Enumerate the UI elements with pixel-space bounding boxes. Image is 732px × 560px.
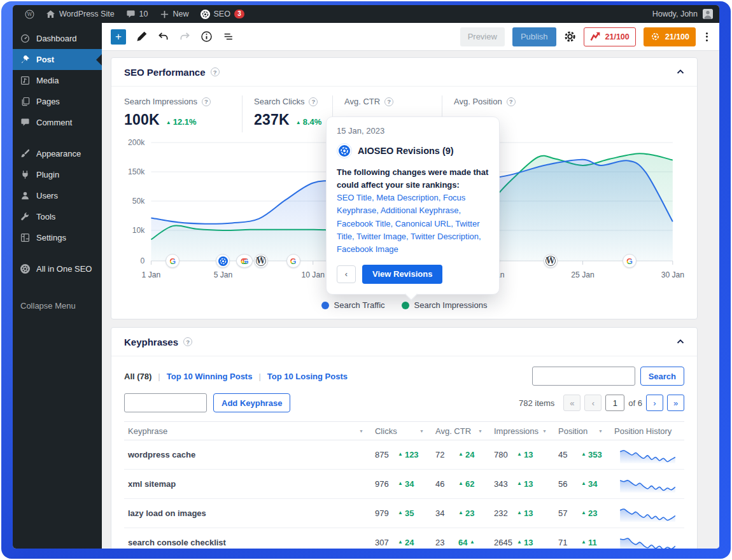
- revision-change-link[interactable]: Twitter Description: [411, 232, 479, 241]
- sort-icon[interactable]: ▼: [359, 429, 363, 433]
- wordpress-axis-icon[interactable]: W: [544, 254, 558, 268]
- sort-icon[interactable]: ▼: [419, 429, 424, 433]
- sort-icon[interactable]: ▼: [478, 429, 482, 433]
- cell-value: 979: [375, 508, 395, 518]
- sidebar-item-comment[interactable]: Comment: [13, 112, 102, 133]
- help-icon[interactable]: ?: [384, 97, 393, 106]
- help-icon[interactable]: ?: [309, 97, 318, 106]
- user-avatar[interactable]: [703, 9, 713, 19]
- help-icon[interactable]: ?: [211, 67, 220, 76]
- previous-page-icon[interactable]: ‹: [584, 395, 602, 411]
- search-button[interactable]: Search: [640, 367, 684, 386]
- sidebar-item-appearance[interactable]: Appearance: [13, 143, 102, 164]
- seo-menu[interactable]: SEO 3: [195, 5, 250, 23]
- table-row[interactable]: lazy load on images979▲3534▲23232▲1357▲2…: [124, 499, 684, 528]
- undo-icon[interactable]: [157, 31, 169, 43]
- wordpress-logo-menu[interactable]: W: [19, 5, 40, 23]
- current-page-input[interactable]: [605, 395, 624, 411]
- google-axis-icon[interactable]: G: [286, 254, 300, 268]
- add-keyphrase-button[interactable]: Add Keyphrase: [213, 393, 290, 412]
- column-header-avg-ctr[interactable]: Avg. CTR▼: [432, 422, 490, 440]
- pin-icon: [20, 55, 30, 64]
- collapse-chevron-icon[interactable]: [677, 338, 684, 346]
- new-keyphrase-input[interactable]: [124, 393, 207, 412]
- keyphrase-search-input[interactable]: [532, 367, 635, 386]
- sort-icon[interactable]: ▼: [542, 429, 547, 433]
- last-page-icon[interactable]: »: [667, 395, 684, 411]
- seo-label: SEO: [214, 10, 230, 18]
- revision-change-link[interactable]: Additional Keyphrase: [381, 206, 459, 215]
- svg-text:1 Jan: 1 Jan: [142, 270, 161, 279]
- revision-change-link[interactable]: Meta Description: [376, 193, 439, 202]
- help-icon[interactable]: ?: [183, 337, 192, 346]
- cell-delta: ▲123: [398, 450, 419, 459]
- seo-performance-title: SEO Performance: [124, 67, 206, 78]
- chart-legend: Search TrafficSearch Impressions: [111, 295, 697, 319]
- svg-text:W: W: [27, 11, 32, 17]
- table-row[interactable]: xml sitemap976▲3446▲62343▲1356▲34: [124, 470, 684, 499]
- revision-change-link[interactable]: Facebook Image: [337, 244, 398, 254]
- google-double-axis-icon[interactable]: GG: [236, 254, 253, 268]
- tooltip-back-button[interactable]: ‹: [337, 265, 356, 283]
- revision-change-link[interactable]: SEO Title: [337, 193, 372, 202]
- table-row[interactable]: wordpress cache875▲12372▲24780▲1345▲353: [124, 440, 684, 470]
- more-options-kebab-icon[interactable]: [703, 31, 710, 43]
- edit-pencil-icon[interactable]: [136, 31, 148, 43]
- sidebar-collapse-menu[interactable]: Collapse Menu: [13, 296, 102, 315]
- revision-change-link[interactable]: Canonical URL: [395, 219, 451, 228]
- column-header-clicks[interactable]: Clicks▼: [371, 422, 432, 440]
- pages-icon: [20, 97, 30, 106]
- appearance-icon: [20, 149, 30, 158]
- sidebar-item-pages[interactable]: Pages: [13, 91, 102, 112]
- sidebar-item-tools[interactable]: Tools: [13, 206, 102, 227]
- help-icon[interactable]: ?: [202, 97, 211, 106]
- comments-count: 10: [139, 10, 148, 18]
- sidebar-item-settings[interactable]: Settings: [13, 227, 102, 248]
- sidebar-item-post[interactable]: Post: [13, 49, 102, 70]
- table-row[interactable]: search console checklist307▲242364 ▲2645…: [124, 528, 684, 549]
- next-page-icon[interactable]: ›: [646, 395, 663, 411]
- column-header-impressions[interactable]: Impressions▼: [490, 422, 554, 440]
- filter-top-10-winning-posts[interactable]: Top 10 Winning Posts: [167, 372, 253, 381]
- publish-button[interactable]: Publish: [512, 27, 556, 46]
- sidebar-item-dashboard[interactable]: Dashboard: [13, 28, 102, 49]
- comments-link[interactable]: 10: [120, 5, 154, 23]
- first-page-icon[interactable]: «: [563, 395, 581, 411]
- google-axis-icon[interactable]: G: [623, 254, 637, 268]
- new-content-menu[interactable]: New: [154, 5, 195, 23]
- wordpress-axis-icon[interactable]: W: [254, 254, 268, 268]
- redo-icon[interactable]: [179, 31, 191, 43]
- site-name-link[interactable]: WordPress Site: [40, 5, 120, 23]
- column-header-position-history: Position History: [610, 422, 684, 440]
- sidebar-item-all-in-one-seo[interactable]: All in One SEO: [13, 258, 102, 279]
- sidebar-item-users[interactable]: Users: [13, 185, 102, 206]
- sidebar-item-label: Media: [36, 76, 59, 85]
- preview-button[interactable]: Preview: [460, 27, 505, 46]
- filter-top-10-losing-posts[interactable]: Top 10 Losing Posts: [267, 372, 348, 381]
- sidebar-item-label: Dashboard: [36, 34, 77, 43]
- help-icon[interactable]: ?: [507, 97, 516, 106]
- info-icon[interactable]: [201, 31, 213, 43]
- revision-change-link[interactable]: Twitter Image: [356, 232, 406, 241]
- truseo-score-badge[interactable]: 21/100: [584, 27, 636, 46]
- sidebar-item-media[interactable]: Media: [13, 70, 102, 91]
- collapse-chevron-icon[interactable]: [677, 68, 684, 76]
- sort-icon[interactable]: ▼: [598, 429, 603, 433]
- settings-gear-icon[interactable]: [564, 31, 576, 43]
- view-revisions-button[interactable]: View Revisions: [362, 265, 442, 284]
- aioseo-score-badge[interactable]: 21/100: [644, 27, 696, 46]
- revision-change-link[interactable]: Facebook Title: [337, 219, 391, 228]
- cell-value: 71: [558, 538, 579, 547]
- aioseo-gear-icon: [650, 31, 661, 42]
- filter-all-78-[interactable]: All (78): [124, 372, 151, 381]
- metric-cell: 976▲34: [371, 470, 432, 499]
- column-header-position[interactable]: Position▼: [554, 422, 610, 440]
- column-header-keyphrase[interactable]: Keyphrase▼: [124, 422, 371, 440]
- sidebar-item-plugin[interactable]: Plugin: [13, 164, 102, 185]
- google-axis-icon[interactable]: G: [165, 254, 179, 268]
- howdy-user-label[interactable]: Howdy, John: [652, 10, 698, 18]
- aioseo-axis-icon[interactable]: [216, 254, 230, 268]
- block-inserter-button[interactable]: +: [111, 29, 126, 45]
- list-view-icon[interactable]: [222, 31, 234, 43]
- position-history-cell: [610, 528, 684, 549]
